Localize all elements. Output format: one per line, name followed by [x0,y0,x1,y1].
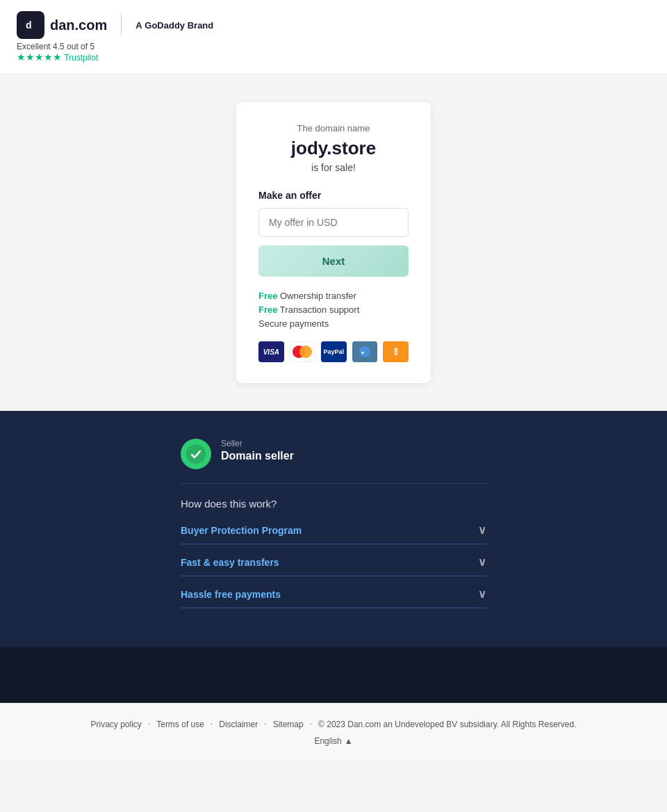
logo[interactable]: d dan.com A GoDaddy Brand [17,11,213,39]
faq-label-buyer: Buyer Protection Program [181,525,302,536]
disclaimer-link[interactable]: Disclaimer [219,720,258,729]
bitcoin-icon: ₿ [383,341,409,362]
terms-link[interactable]: Terms of use [156,720,204,729]
info-section: Seller Domain seller How does this work?… [0,411,667,647]
transfer-icon: ♦ [352,341,378,362]
domain-header-label: The domain name [258,123,409,133]
trustpilot-label: Trustpilot [64,53,98,63]
free-label-1: Free [258,291,277,301]
faq-title-hassle-free[interactable]: Hassle free payments ∨ [181,587,486,608]
copyright-text: © 2023 Dan.com an Undeveloped BV subsidi… [318,720,576,729]
visa-icon: VISA [258,341,284,362]
header: d dan.com A GoDaddy Brand Excellent 4.5 … [0,0,667,74]
footer-links: Privacy policy · Terms of use · Disclaim… [0,703,667,761]
language-label: English [314,736,341,746]
brand-suffix: Brand [188,20,214,31]
make-offer-label: Make an offer [258,190,409,201]
domain-header: The domain name jody.store is for sale! [258,123,409,173]
feature-payments-text: Secure payments [258,318,329,329]
brand-name: GoDaddy [145,20,185,31]
seller-info: Seller Domain seller [221,439,294,462]
feature-transaction-text: Transaction support [280,304,359,315]
feature-ownership: Free Ownership transfer [258,291,409,301]
faq-label-hassle: Hassle free payments [181,589,281,600]
features: Free Ownership transfer Free Transaction… [258,291,409,329]
domain-name: jody.store [258,138,409,159]
trustpilot-stars: ★★★★★ [17,51,62,63]
faq-arrow-fast: ∨ [478,555,486,569]
svg-text:d: d [26,19,32,31]
free-label-2: Free [258,304,277,315]
how-title: How does this work? [181,498,486,510]
seller-name: Domain seller [221,450,294,462]
godaddy-brand: A GoDaddy Brand [135,20,213,31]
feature-ownership-text: Ownership transfer [280,291,356,301]
footer-link-row: Privacy policy · Terms of use · Disclaim… [11,717,656,730]
svg-point-4 [186,444,206,464]
feature-payments: Secure payments [258,318,409,329]
offer-input[interactable] [258,208,409,237]
offer-card: The domain name jody.store is for sale! … [236,102,431,383]
privacy-policy-link[interactable]: Privacy policy [90,720,141,729]
svg-text:♦: ♦ [361,350,364,356]
faq-label-fast: Fast & easy transfers [181,557,279,568]
faq-item-buyer-protection[interactable]: Buyer Protection Program ∨ [181,523,486,544]
logo-section: d dan.com A GoDaddy Brand Excellent 4.5 … [17,11,213,63]
seller-label: Seller [221,439,294,448]
logo-text: dan.com [50,17,107,33]
domain-sale: is for sale! [258,162,409,173]
language-selector[interactable]: English ▲ [314,736,352,746]
faq-title-buyer-protection[interactable]: Buyer Protection Program ∨ [181,523,486,544]
footer-dark [0,647,667,703]
mastercard-icon [290,341,315,362]
feature-transaction: Free Transaction support [258,304,409,315]
seller-avatar [181,439,211,469]
seller-row: Seller Domain seller [181,439,486,469]
info-inner: Seller Domain seller How does this work?… [160,439,507,608]
faq-item-fast-transfers[interactable]: Fast & easy transfers ∨ [181,555,486,576]
faq-arrow-buyer: ∨ [478,523,486,537]
logo-icon: d [17,11,44,39]
faq-arrow-hassle: ∨ [478,587,486,601]
brand-prefix: A [135,20,142,31]
paypal-icon: PayPal [321,341,347,362]
sitemap-link[interactable]: Sitemap [273,720,304,729]
rating-text: Excellent 4.5 out of 5 [17,42,94,51]
faq-item-hassle-free[interactable]: Hassle free payments ∨ [181,587,486,608]
main-content: The domain name jody.store is for sale! … [0,74,667,411]
divider [181,483,486,484]
faq-title-fast-transfers[interactable]: Fast & easy transfers ∨ [181,555,486,576]
logo-divider [121,15,122,35]
payment-icons: VISA PayPal ♦ ₿ [258,341,409,362]
trustpilot[interactable]: Excellent 4.5 out of 5 ★★★★★ Trustpilot [17,42,213,63]
next-button[interactable]: Next [258,245,409,277]
language-arrow: ▲ [345,736,353,746]
